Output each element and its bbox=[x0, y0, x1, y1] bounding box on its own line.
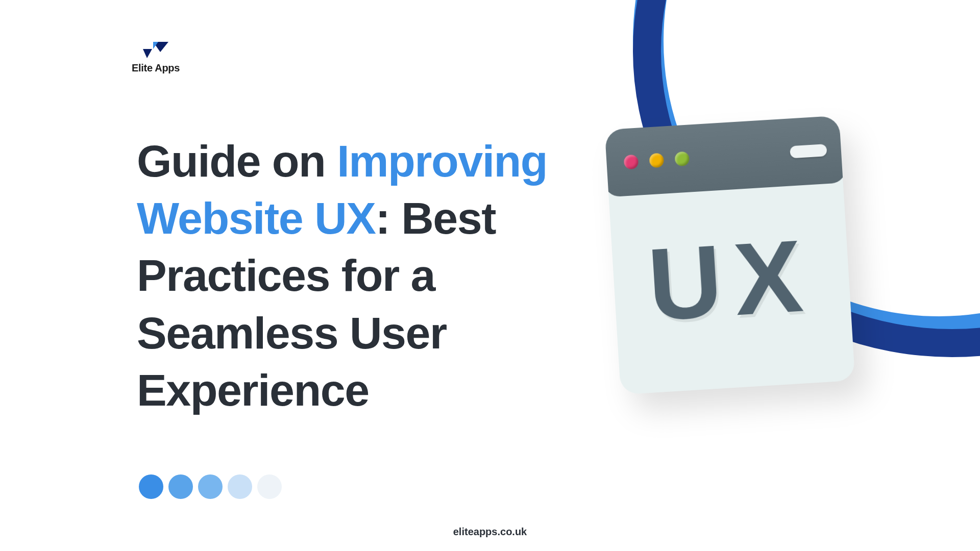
dot-2 bbox=[168, 474, 193, 499]
dot-4 bbox=[228, 474, 252, 499]
pagination-dots bbox=[139, 474, 282, 499]
mock-browser-titlebar bbox=[605, 115, 846, 197]
svg-marker-0 bbox=[143, 49, 152, 58]
close-icon bbox=[624, 155, 639, 170]
mock-toolbar-pill bbox=[790, 144, 827, 158]
footer-url: eliteapps.co.uk bbox=[453, 526, 527, 538]
brand-logo-text: Elite Apps bbox=[132, 62, 180, 74]
mock-window-controls bbox=[624, 152, 690, 170]
ux-window-illustration: UX bbox=[605, 115, 855, 394]
brand-logo-mark bbox=[142, 41, 169, 59]
dot-5 bbox=[257, 474, 282, 499]
ux-letters: UX bbox=[645, 217, 818, 344]
mock-browser-window: UX bbox=[605, 115, 855, 394]
dot-3 bbox=[198, 474, 223, 499]
maximize-icon bbox=[674, 152, 690, 167]
dot-1 bbox=[139, 474, 163, 499]
page-title: Guide on Improving Website UX: Best Prac… bbox=[137, 133, 581, 419]
title-prefix: Guide on bbox=[137, 136, 337, 186]
minimize-icon bbox=[649, 153, 665, 168]
brand-logo: Elite Apps bbox=[132, 41, 180, 74]
